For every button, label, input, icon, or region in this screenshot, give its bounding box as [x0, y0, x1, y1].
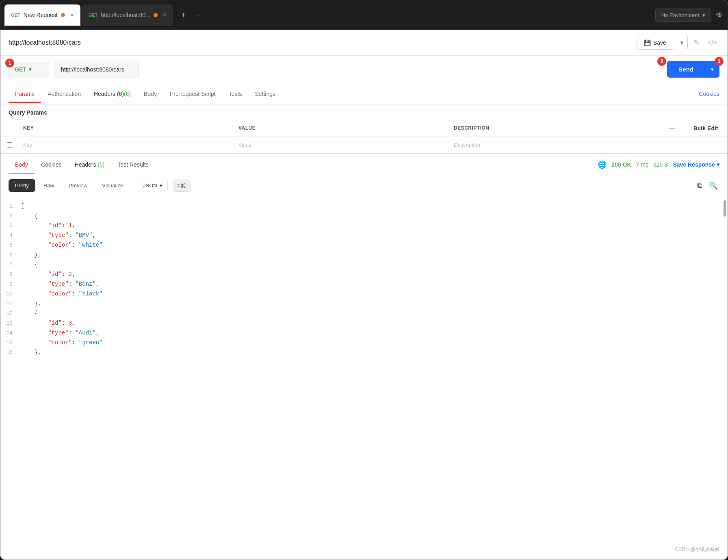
code-line: 1 [	[0, 203, 728, 213]
params-table-header: KEY VALUE DESCRIPTION ··· Bulk Edit	[0, 121, 728, 137]
format-tab-preview[interactable]: Preview	[62, 179, 94, 192]
status-size: 320 B	[653, 161, 668, 168]
step-badge-2: 2	[657, 57, 666, 66]
code-line: 11 },	[0, 300, 728, 310]
tab-new-request[interactable]: GET New Request ✕	[4, 4, 80, 26]
format-tabs: Pretty Raw Preview Visualize JSON ▾ ≡⌘ ⧉…	[0, 175, 728, 196]
tab-pre-request-script[interactable]: Pre-request Script	[163, 85, 222, 103]
code-line: 12 {	[0, 310, 728, 320]
col-more-header: ···	[663, 121, 687, 137]
tab-close-icon-2[interactable]: ✕	[162, 12, 167, 18]
query-params-title: Query Params	[0, 104, 728, 121]
status-time: 7 ms	[636, 161, 648, 168]
description-input[interactable]	[454, 142, 656, 148]
table-row	[0, 137, 728, 153]
code-line: 14 "type": "Audi",	[0, 330, 728, 339]
value-input[interactable]	[238, 142, 441, 148]
tab-bar: GET New Request ✕ GET http://localhost:8…	[0, 0, 728, 30]
watermark: CSDN @小镇攻城狮	[675, 546, 719, 553]
tab-tests[interactable]: Tests	[222, 85, 249, 103]
format-tab-visualize[interactable]: Visualize	[95, 179, 130, 192]
request-header: http://localhost:8080/cars 💾 Save ▾ ✎ </…	[0, 30, 728, 56]
chevron-down-icon: ▾	[29, 67, 31, 72]
response-tab-headers[interactable]: Headers (5)	[68, 156, 111, 174]
copy-icon[interactable]: ⧉	[696, 180, 704, 192]
tab-label-2: http://localhost:80...	[101, 12, 150, 18]
step-badge-3: 3	[715, 57, 724, 66]
tab-dot	[61, 13, 65, 17]
code-line: 2 {	[0, 213, 728, 222]
code-line: 15 "color": "green"	[0, 339, 728, 349]
step-badge-1: 1	[5, 59, 14, 67]
scrollbar-track[interactable]	[723, 196, 726, 560]
col-value-header: VALUE	[232, 121, 447, 137]
save-response-button[interactable]: Save Response ▾	[673, 161, 720, 168]
code-line: 5 "color": "white"	[0, 242, 728, 252]
chevron-down-icon: ▾	[717, 161, 719, 168]
url-input[interactable]	[54, 61, 139, 78]
env-label: No Environment	[661, 12, 699, 18]
tab-body[interactable]: Body	[137, 85, 163, 103]
request-url-display: http://localhost:8080/cars	[9, 39, 632, 46]
save-button[interactable]: 💾 Save	[637, 36, 673, 50]
environment-selector[interactable]: No Environment ▾	[655, 9, 711, 22]
response-tabs: Body Cookies Headers (5) Test Results 🌐 …	[0, 154, 728, 175]
code-line: 7 {	[0, 261, 728, 271]
send-btn-group: Send ▾	[667, 61, 719, 78]
row-checkbox[interactable]	[7, 142, 12, 148]
format-tab-pretty[interactable]: Pretty	[9, 179, 35, 192]
response-status: 🌐 200 OK 7 ms 320 B Save Response ▾	[598, 160, 719, 169]
send-button[interactable]: Send	[667, 61, 705, 78]
value-cell[interactable]	[232, 137, 447, 153]
status-ok: 200 OK	[611, 161, 631, 168]
code-area[interactable]: 1 [ 2 { 3 "id": 1, 4 "type": "BMV",	[0, 196, 728, 560]
tab-method-badge: GET	[11, 13, 20, 17]
tab-headers[interactable]: Headers (6)(6)	[87, 85, 137, 103]
search-icon[interactable]: 🔍	[707, 180, 719, 192]
description-cell[interactable]	[447, 137, 663, 153]
filter-button[interactable]: ≡⌘	[173, 180, 191, 192]
method-selector[interactable]: GET ▾	[9, 62, 49, 77]
header-actions: 💾 Save ▾ ✎ </>	[637, 36, 719, 50]
code-line: 8 "id": 2,	[0, 271, 728, 281]
tab-close-icon[interactable]: ✕	[70, 12, 74, 18]
app-container: GET New Request ✕ GET http://localhost:8…	[0, 0, 728, 560]
key-cell[interactable]	[17, 137, 232, 153]
code-line: 16 },	[0, 349, 728, 359]
tab-authorization[interactable]: Authorization	[41, 85, 87, 103]
scrollbar-thumb[interactable]	[724, 200, 726, 217]
tab-localhost[interactable]: GET http://localhost:80... ✕	[82, 4, 173, 26]
response-tab-cookies[interactable]: Cookies	[35, 156, 68, 174]
col-key-header: KEY	[17, 121, 232, 137]
tab-dot-2	[154, 13, 158, 17]
format-label: JSON	[143, 182, 157, 189]
code-icon-button[interactable]: </>	[705, 37, 719, 49]
tab-method-badge-2: GET	[89, 13, 98, 17]
tab-settings[interactable]: Settings	[248, 85, 282, 103]
format-selector[interactable]: JSON ▾	[138, 180, 168, 191]
new-tab-button[interactable]: +	[178, 7, 189, 23]
request-builder: GET ▾ 1 2 Send ▾ 3	[0, 56, 728, 83]
eye-icon[interactable]: 👁	[716, 11, 724, 20]
tab-actions: + ···	[178, 7, 204, 23]
format-tab-raw[interactable]: Raw	[37, 179, 61, 192]
code-line: 6 },	[0, 252, 728, 261]
key-input[interactable]	[23, 142, 225, 148]
tab-label: New Request	[24, 12, 58, 18]
response-tab-body[interactable]: Body	[9, 156, 35, 174]
col-description-header: DESCRIPTION	[447, 121, 663, 137]
bulk-edit-button[interactable]: Bulk Edit	[687, 121, 728, 137]
save-dropdown-button[interactable]: ▾	[676, 36, 688, 49]
response-tab-test-results[interactable]: Test Results	[111, 156, 155, 174]
tab-params[interactable]: Params	[9, 85, 41, 103]
method-label: GET	[15, 66, 26, 73]
edit-icon-button[interactable]: ✎	[691, 36, 702, 50]
chevron-down-icon: ▾	[160, 182, 162, 189]
url-wrapper: 2	[54, 61, 662, 78]
response-section: Body Cookies Headers (5) Test Results 🌐 …	[0, 153, 728, 560]
send-wrapper: Send ▾ 3	[667, 61, 719, 78]
save-icon: 💾	[644, 39, 651, 46]
more-tabs-button[interactable]: ···	[192, 8, 204, 22]
code-line: 9 "type": "Benz",	[0, 281, 728, 291]
cookies-link[interactable]: Cookies	[699, 91, 719, 97]
